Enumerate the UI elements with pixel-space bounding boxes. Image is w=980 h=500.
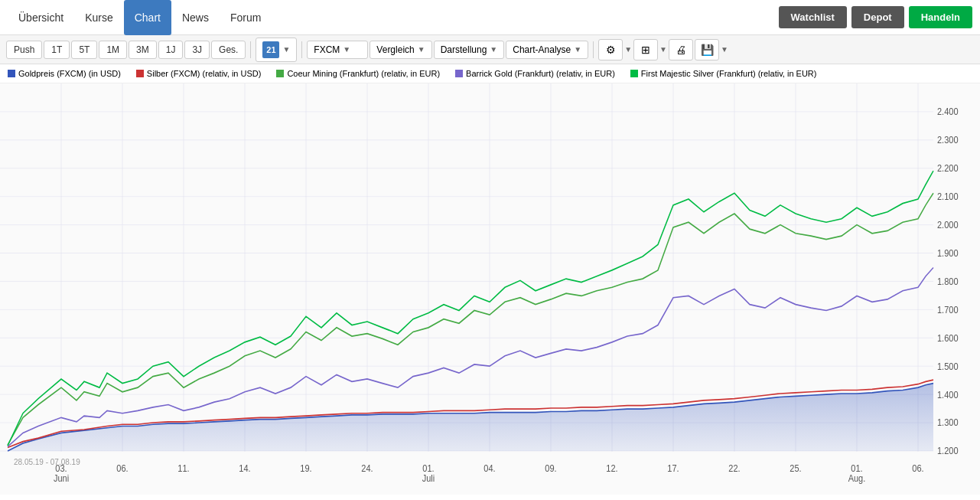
svg-text:14.: 14. [239,462,250,473]
svg-text:1.900: 1.900 [937,247,959,258]
svg-text:1.500: 1.500 [937,361,959,371]
depot-button[interactable]: Depot [851,6,904,28]
svg-text:06.: 06. [912,462,923,473]
svg-text:25.: 25. [790,462,801,473]
chevron-down-icon: ▼ [343,45,350,54]
calendar-icon: 21 [262,41,279,58]
svg-text:19.: 19. [300,462,311,473]
legend-color-silber [136,70,144,77]
chart-toolbar: Push 1T 5T 1M 3M 1J 3J Ges. 21 ▼ FXCM ▼ … [0,35,980,64]
handeln-button[interactable]: Handeln [909,6,972,28]
separator-3 [593,41,594,58]
legend-gold: Goldpreis (FXCM) (in USD) [8,69,121,78]
nav-forum[interactable]: Forum [220,0,272,35]
price-chart[interactable]: 2.400 2.300 2.200 2.100 2.000 1.900 1.80… [0,83,980,495]
svg-text:1.300: 1.300 [937,417,959,428]
period-1t[interactable]: 1T [44,41,70,59]
legend-firstmajestic: First Majestic Silver (Frankfurt) (relat… [630,69,817,78]
save-chevron[interactable]: ▼ [721,45,728,54]
svg-text:2.300: 2.300 [937,135,959,145]
legend-coeur: Coeur Mining (Frankfurt) (relativ, in EU… [276,69,440,78]
period-1m[interactable]: 1M [99,41,127,59]
top-nav: Übersicht Kurse Chart News Forum Watchli… [0,0,980,35]
svg-text:2.400: 2.400 [937,106,959,117]
legend-color-firstmajestic [630,70,638,77]
period-push[interactable]: Push [6,41,42,59]
svg-text:11.: 11. [177,462,189,473]
share-icon[interactable]: ⊞ [633,39,658,60]
svg-text:Aug.: Aug. [848,473,866,484]
svg-text:01.: 01. [422,462,434,473]
svg-text:2.100: 2.100 [937,191,959,202]
period-3m[interactable]: 3M [129,41,157,59]
svg-text:1.400: 1.400 [937,389,959,400]
period-3j[interactable]: 3J [184,41,210,59]
svg-text:Juni: Juni [54,473,69,484]
svg-text:01.: 01. [851,462,862,473]
nav-news[interactable]: News [171,0,220,35]
legend-color-coeur [276,70,284,77]
print-icon[interactable]: 🖨 [669,39,693,60]
separator-1 [250,41,251,58]
svg-text:1.800: 1.800 [937,276,959,286]
svg-text:2.200: 2.200 [937,163,959,174]
settings-chevron[interactable]: ▼ [624,45,632,54]
chart-legend: Goldpreis (FXCM) (in USD) Silber (FXCM) … [0,64,980,83]
legend-color-barrick [455,70,463,77]
nav-ubersicht[interactable]: Übersicht [8,0,74,35]
chevron-down-icon: ▼ [490,45,497,54]
svg-text:28.05.19 - 07.08.19: 28.05.19 - 07.08.19 [14,456,80,466]
period-ges[interactable]: Ges. [211,41,246,59]
legend-color-gold [8,70,15,77]
chartanalyse-dropdown[interactable]: Chart-Analyse ▼ [506,41,588,59]
chevron-down-icon: ▼ [282,45,290,54]
legend-barrick: Barrick Gold (Frankfurt) (relativ, in EU… [455,69,615,78]
svg-text:1.200: 1.200 [937,446,959,456]
svg-text:22.: 22. [728,462,740,473]
svg-text:04.: 04. [483,462,495,473]
symbol-select[interactable]: FXCM ▼ [307,41,368,59]
vergleich-dropdown[interactable]: Vergleich ▼ [370,41,431,59]
svg-text:06.: 06. [116,462,128,473]
nav-kurse[interactable]: Kurse [74,0,124,35]
chevron-down-icon: ▼ [574,45,581,54]
separator-2 [301,41,302,58]
legend-silber: Silber (FXCM) (relativ, in USD) [136,69,262,78]
settings-icon[interactable]: ⚙ [598,39,623,60]
svg-text:24.: 24. [361,462,373,473]
svg-text:17.: 17. [667,462,679,473]
period-1j[interactable]: 1J [158,41,184,59]
svg-text:09.: 09. [545,462,556,473]
chevron-down-icon: ▼ [418,45,425,54]
svg-text:1.700: 1.700 [937,304,959,315]
svg-text:Juli: Juli [422,473,435,484]
watchlist-button[interactable]: Watchlist [779,6,847,28]
date-picker[interactable]: 21 ▼ [256,38,297,62]
save-icon[interactable]: 💾 [695,39,719,60]
share-chevron[interactable]: ▼ [659,45,667,54]
darstellung-dropdown[interactable]: Darstellung ▼ [434,41,505,59]
svg-text:12.: 12. [606,462,617,473]
chart-area: Goldpreis (FXCM) (in USD) Silber (FXCM) … [0,64,980,500]
nav-chart[interactable]: Chart [124,0,171,35]
period-5t[interactable]: 5T [71,41,97,59]
svg-text:2.000: 2.000 [937,219,959,230]
svg-text:1.600: 1.600 [937,332,959,343]
